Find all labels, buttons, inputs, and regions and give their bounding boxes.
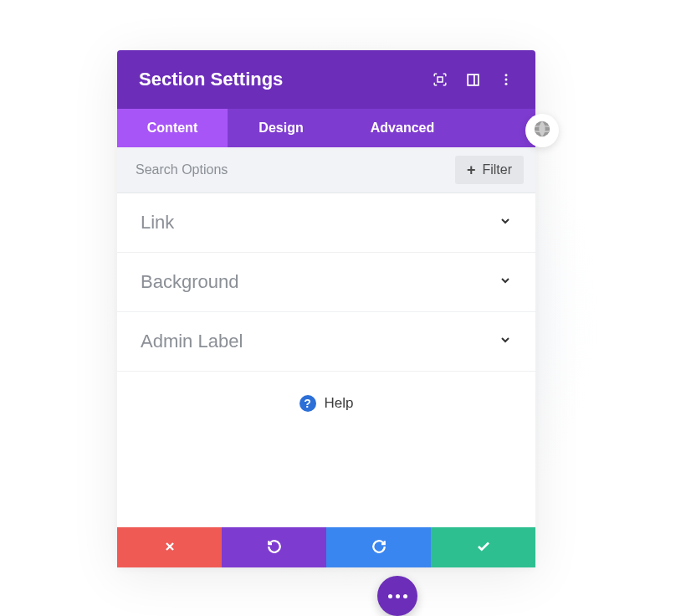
filter-button[interactable]: + Filter — [455, 156, 524, 184]
chevron-down-icon — [499, 333, 512, 350]
help-icon: ? — [299, 395, 316, 412]
responsive-preview-button[interactable] — [525, 114, 559, 147]
plus-icon: + — [467, 162, 476, 177]
page-settings-fab[interactable] — [377, 576, 417, 616]
snap-column-icon[interactable] — [466, 73, 480, 87]
more-icon[interactable] — [499, 72, 514, 87]
tab-content[interactable]: Content — [117, 109, 228, 147]
dot-icon — [403, 594, 407, 598]
redo-icon — [371, 539, 387, 557]
tab-design[interactable]: Design — [228, 109, 335, 147]
svg-rect-1 — [468, 74, 479, 85]
accordion-label: Admin Label — [141, 331, 243, 352]
svg-rect-0 — [438, 77, 443, 82]
search-input[interactable] — [117, 156, 455, 184]
help-label: Help — [325, 395, 354, 412]
tabs: Content Design Advanced — [117, 109, 535, 147]
dot-icon — [396, 594, 400, 598]
undo-icon — [267, 539, 282, 557]
tab-advanced[interactable]: Advanced — [335, 109, 470, 147]
footer-actions — [117, 527, 535, 567]
svg-point-3 — [505, 74, 508, 76]
svg-point-4 — [505, 79, 508, 81]
accordion-label: Link — [141, 212, 174, 234]
panel-header: Section Settings — [117, 50, 535, 109]
check-icon — [476, 539, 491, 557]
help-row[interactable]: ? Help — [117, 372, 535, 435]
save-button[interactable] — [431, 527, 535, 567]
header-actions — [433, 72, 514, 87]
filter-button-label: Filter — [482, 162, 512, 177]
expand-icon[interactable] — [433, 72, 448, 87]
dot-icon — [388, 594, 392, 598]
accordion-label: Background — [141, 271, 238, 293]
settings-panel: Section Settings — [117, 50, 535, 567]
accordion: Link Background Admin Label ? Help — [117, 193, 535, 527]
redo-button[interactable] — [326, 527, 431, 567]
globe-icon — [533, 120, 551, 141]
chevron-down-icon — [499, 274, 512, 290]
undo-button[interactable] — [222, 527, 326, 567]
accordion-item-background[interactable]: Background — [117, 253, 535, 312]
panel-title: Section Settings — [139, 69, 283, 90]
accordion-item-link[interactable]: Link — [117, 193, 535, 253]
svg-point-5 — [505, 83, 508, 85]
search-row: + Filter — [117, 147, 535, 193]
chevron-down-icon — [499, 214, 512, 231]
accordion-item-admin-label[interactable]: Admin Label — [117, 312, 535, 372]
cancel-button[interactable] — [117, 527, 222, 567]
close-icon — [163, 540, 177, 556]
